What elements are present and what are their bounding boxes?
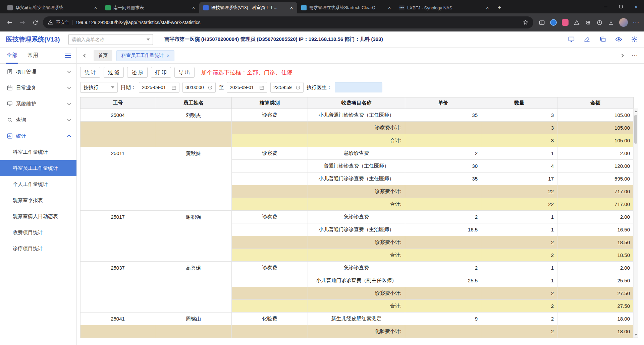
cell-empty [405,236,481,249]
settings-gear-icon[interactable] [631,36,638,43]
history-icon[interactable] [596,19,603,26]
mode-select[interactable]: 按执行 [80,82,118,93]
sidebar-item-observation-quarterly[interactable]: 观察室季报表 [0,192,76,208]
back-button[interactable] [5,17,15,27]
scroll-down-arrow-icon[interactable] [635,334,637,336]
stat-button[interactable]: 统 计 [80,67,100,78]
date-from-field[interactable] [139,82,179,93]
edit-icon[interactable] [584,36,591,43]
col-amount[interactable]: 金额 [557,97,634,109]
extension-triangle-icon[interactable] [574,19,580,26]
tab-close-icon[interactable]: × [167,53,169,58]
table-row-subfull[interactable]: 诊察费小计:3105.00 [80,122,634,134]
scrollbar-thumb[interactable] [634,115,637,144]
tab-close-icon[interactable]: × [484,5,490,11]
refresh-button[interactable] [30,17,40,27]
sidebar-item-dept-staff-workload[interactable]: 科室员工工作量统计 [0,160,76,176]
cell-empty [232,249,308,262]
maximize-button[interactable] [613,0,629,13]
back-arrow-icon [6,19,13,26]
tab-close-icon[interactable]: × [386,5,392,11]
sidebar-section-system[interactable]: 系统维护 [0,96,76,112]
date-to-field[interactable] [227,82,267,93]
tab-close-icon[interactable]: × [93,5,99,11]
close-button[interactable]: × [629,0,644,13]
sidebar-section-statistics[interactable]: 统计 [0,128,76,144]
browser-tab-5[interactable]: DSM LXBFJ - Synology NAS × [395,2,493,13]
table-row-group[interactable]: 25037高兴珺诊察费急诊诊查费212.00 [80,262,634,274]
col-item-name[interactable]: 收费项目名称 [308,97,405,109]
tabs-scroll-right-button[interactable] [618,51,626,61]
sidebar-item-dept-workload[interactable]: 科室工作量统计 [0,144,76,160]
split-screen-icon[interactable] [539,19,545,26]
doctor-input[interactable] [335,82,382,92]
table-row-group[interactable]: 25017谢积强诊察费急诊诊查费212.00 [80,211,634,223]
cell-empty [80,325,155,338]
browser-menu-icon[interactable]: ··· [633,19,639,25]
table-row-group[interactable]: 25011黄秋妹诊察费急诊诊查费212.00 [80,147,634,160]
menu-filter-all[interactable]: 全部 [6,48,18,64]
col-emp-id[interactable]: 工号 [80,97,155,109]
menu-search-input[interactable] [71,37,142,42]
tab-close-icon[interactable]: × [288,5,294,11]
profile-avatar[interactable] [619,18,628,27]
time-to-input[interactable] [273,85,293,90]
copy-icon[interactable] [599,36,606,43]
menu-collapse-icon[interactable] [65,54,71,58]
eye-icon[interactable] [615,36,622,43]
tab-staff-work-statistics[interactable]: 科室员工工作量统计 × [116,50,174,61]
sidebar-section-daily[interactable]: 日常业务 [0,80,76,96]
table-scrollbar[interactable] [633,109,638,338]
new-tab-button[interactable]: + [494,3,504,13]
date-from-input[interactable] [142,85,169,90]
time-from-input[interactable] [185,85,206,90]
open-page-tabs: 首页 科室员工工作量统计 × ··· [77,48,644,63]
tabs-scroll-left-button[interactable] [81,51,90,61]
filter-button[interactable]: 过 滤 [104,67,124,78]
browser-tab-2[interactable]: 南一问题需求表 × [101,2,199,13]
col-quantity[interactable]: 数量 [481,97,557,109]
sidebar-item-personal-workload[interactable]: 个人工作量统计 [0,176,76,192]
cell-name: 周铭山 [155,313,232,325]
date-to-input[interactable] [230,85,257,90]
bookmark-star-icon[interactable] [523,19,529,25]
cell-qty: 2 [481,325,557,338]
col-unit-price[interactable]: 单价 [405,97,481,109]
extensions-puzzle-icon[interactable] [585,19,591,26]
extension-icon-blue[interactable] [550,19,557,26]
export-button[interactable]: 导 出 [174,67,195,78]
menu-filter-common[interactable]: 常用 [28,52,38,59]
print-button[interactable]: 打 印 [151,67,171,78]
reset-button[interactable]: 还 原 [127,67,147,78]
sidebar-item-treatment-item-stats[interactable]: 诊疗项目统计 [0,240,76,257]
time-from-field[interactable] [182,82,216,93]
time-to-field[interactable] [270,82,304,93]
tab-home[interactable]: 首页 [94,50,112,61]
table-row-group[interactable]: 25041周铭山化验费新生儿经皮胆红素测定9218.00 [80,313,634,325]
col-category[interactable]: 核算类别 [232,97,308,109]
screen-icon[interactable] [568,36,575,43]
tab-close-icon[interactable]: × [191,5,197,11]
browser-tab-4[interactable]: 需求管理在线系统Startech ClearQ × [297,2,395,13]
minimize-button[interactable] [598,0,613,13]
chevron-down-icon [67,69,71,73]
address-bar[interactable]: 不安全 199.9.129.29:8000/his-yj/app/#/stati… [43,16,533,28]
extension-icon-pink[interactable] [562,19,569,26]
url-text[interactable]: 199.9.129.29:8000/his-yj/app/#/statistic… [75,20,520,25]
tabs-more-button[interactable]: ··· [632,53,638,59]
screen: { "browser": { "tabs": [ {"title": "华安星运… [0,0,644,345]
scroll-up-arrow-icon[interactable] [635,110,637,112]
browser-tab-3-active[interactable]: 医技管理系统(V13) - 科室员工工... × [199,2,297,13]
sidebar-section-query[interactable]: 查询 [0,112,76,128]
table-row-totfull[interactable]: 合计:3105.00 [80,134,634,147]
sidebar-section-project[interactable]: 项目管理 [0,64,76,80]
forward-button[interactable] [17,17,28,27]
sidebar-item-charge-item-stats[interactable]: 收费项目统计 [0,224,76,240]
downloads-icon[interactable] [608,19,614,26]
table-row-subfull[interactable]: 化验费小计:218.00 [80,325,634,338]
col-emp-name[interactable]: 员工姓名 [155,97,232,109]
sidebar-item-observation-daily[interactable]: 观察室病人日动态表 [0,208,76,224]
table-row-group[interactable]: 25004刘明杰诊察费小儿普通门诊诊查费（主任医师）353105.00 [80,109,634,122]
menu-search-select[interactable] [68,34,153,45]
browser-tab-1[interactable]: 华安星运维安全管理系统 × [3,2,101,13]
